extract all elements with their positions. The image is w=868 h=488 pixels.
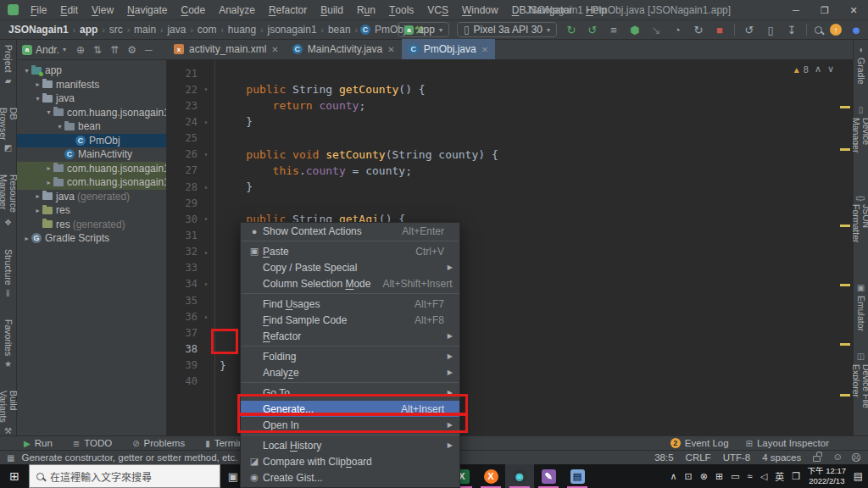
breadcrumb-item-src[interactable]: src: [108, 24, 125, 36]
readonly-lock-icon[interactable]: [813, 456, 821, 462]
screen-snip-icon[interactable]: ⊞: [715, 471, 723, 482]
tree-item-gradle-scripts[interactable]: ▸GGradle Scripts: [17, 231, 166, 246]
tree-expand-arrow[interactable]: ▸: [44, 164, 53, 172]
indent-indicator[interactable]: 4 spaces: [762, 452, 801, 463]
fold-marker[interactable]: ▾: [198, 280, 214, 288]
tab-close-icon[interactable]: ✕: [271, 45, 278, 54]
attach-debugger-icon[interactable]: ↘: [649, 25, 663, 36]
rerun-icon[interactable]: ↻: [565, 25, 578, 36]
notepad-icon[interactable]: ▤: [563, 464, 592, 488]
layout-inspector-button[interactable]: ⊞ Layout Inspector: [746, 438, 829, 448]
tree-expand-arrow[interactable]: ▾: [44, 108, 53, 116]
locate-selected-file-icon[interactable]: ⊕: [76, 44, 85, 56]
menu-compare-with-clipboard[interactable]: ◪Compare with Clipboard: [241, 453, 459, 469]
stop-icon[interactable]: ■: [713, 25, 726, 36]
tree-expand-arrow[interactable]: ▸: [22, 235, 31, 242]
tree-item-mainactivity[interactable]: CMainActivity: [17, 147, 166, 162]
tool-tab-resource-manager[interactable]: Resource Manager❖: [0, 175, 19, 227]
tree-item-res[interactable]: res(generated): [17, 218, 166, 232]
tool-tab-device-file-explorer[interactable]: ◫Device File Explorer: [851, 352, 868, 435]
tree-item-res[interactable]: ▸res: [17, 203, 166, 218]
menubar-item-tools[interactable]: Tools: [382, 0, 420, 20]
taskbar-search-input[interactable]: 在這裡輸入文字來搜尋: [29, 464, 220, 488]
fold-marker[interactable]: ▴: [198, 248, 214, 256]
device-manager-icon[interactable]: ▯: [764, 25, 777, 36]
maximize-button[interactable]: ❐: [810, 0, 839, 20]
apply-changes-icon[interactable]: ↺: [586, 25, 599, 36]
sync-app-icon[interactable]: ↻: [692, 25, 705, 36]
minimize-button[interactable]: ─: [782, 0, 810, 20]
code-line-23[interactable]: 23 return county;: [167, 97, 853, 114]
tool-tab-emulator[interactable]: ▣Emulator: [856, 283, 866, 331]
tree-expand-arrow[interactable]: ▸: [44, 179, 53, 186]
menu-paste[interactable]: ▣PasteCtrl+V: [241, 243, 459, 259]
close-button[interactable]: ✕: [839, 0, 868, 20]
code-line-26[interactable]: 26▾ public void setCounty(String county)…: [167, 147, 853, 163]
tree-expand-arrow[interactable]: ▸: [33, 192, 42, 200]
toolwindow-problems-button[interactable]: ⊘Problems: [132, 438, 185, 448]
sdk-manager-icon[interactable]: ↧: [785, 25, 798, 36]
breadcrumb-item-java[interactable]: java: [165, 24, 187, 36]
encoding-indicator[interactable]: UTF-8: [723, 452, 751, 463]
onedrive-icon[interactable]: ❒: [792, 471, 800, 482]
tree-item-pmobj[interactable]: CPmObj: [17, 134, 166, 148]
event-log-button[interactable]: 2 Event Log: [670, 438, 729, 448]
menu-column-selection-mode[interactable]: Column Selection ModeAlt+Shift+Insert: [241, 275, 459, 291]
menubar-item-build[interactable]: Build: [314, 0, 350, 20]
paint-app-icon[interactable]: ✎: [534, 464, 563, 488]
tool-tab-json-formatter[interactable]: {}JSON Formatter: [851, 196, 868, 263]
breadcrumb-item-com[interactable]: com: [196, 24, 219, 36]
expand-all-icon[interactable]: ⇅: [93, 44, 102, 56]
run-configuration-selector[interactable]: aapp▾: [398, 22, 449, 37]
menubar-item-file[interactable]: File: [24, 0, 53, 20]
breadcrumb-item-app[interactable]: app: [78, 24, 99, 36]
tool-tab-favorites[interactable]: Favorites★: [3, 319, 14, 369]
xampp-icon[interactable]: X: [476, 464, 505, 488]
fold-marker[interactable]: ▴: [198, 118, 214, 125]
menu-refactor[interactable]: Refactor▶: [241, 328, 459, 344]
menubar-item-edit[interactable]: Edit: [53, 0, 85, 20]
menubar-item-window[interactable]: Window: [455, 0, 505, 20]
tree-item-java[interactable]: ▾java: [17, 92, 166, 106]
tool-tab-db-browser[interactable]: DB Browser◩: [0, 108, 19, 153]
notification-center-button[interactable]: ▤: [854, 470, 863, 482]
tree-expand-arrow[interactable]: ▾: [33, 95, 42, 103]
hide-panel-icon[interactable]: ─: [145, 44, 153, 56]
fold-marker[interactable]: ▴: [198, 313, 214, 320]
tab-pmobj-java[interactable]: CPmObj.java✕: [402, 39, 495, 59]
menubar-item-run[interactable]: Run: [350, 0, 382, 20]
inspections-widget[interactable]: ▲ 8 ∧ ∨: [793, 64, 834, 75]
breadcrumb-item-bean[interactable]: bean: [326, 24, 353, 36]
tree-expand-arrow[interactable]: ▾: [55, 123, 64, 130]
tool-tab-build-variants[interactable]: Build Variants⚒: [0, 391, 19, 435]
tool-tab-device-manager[interactable]: ▯Device Manager: [851, 105, 868, 175]
tool-tab-gradle[interactable]: ◖Gradle: [856, 45, 866, 85]
menu-create-gist[interactable]: ◉Create Gist...: [241, 469, 459, 485]
menu-copy-paste-special[interactable]: Copy / Paste Special▶: [241, 259, 459, 275]
tree-item-app[interactable]: ▾app: [17, 64, 166, 78]
tree-expand-arrow[interactable]: ▾: [22, 67, 31, 75]
tool-tab-structure[interactable]: Structure≔: [3, 249, 14, 297]
tab-mainactivity-java[interactable]: CMainActivity.java✕: [286, 39, 402, 59]
collapse-all-icon[interactable]: ⇈: [110, 44, 119, 56]
fold-marker[interactable]: ▾: [198, 215, 214, 223]
menubar-item-code[interactable]: Code: [174, 0, 212, 20]
menubar-item-analyze[interactable]: Analyze: [212, 0, 262, 20]
debug-icon[interactable]: ⬢: [628, 25, 642, 36]
run-config-list-icon[interactable]: ≡: [607, 25, 620, 36]
profile-avatar-icon[interactable]: ☻: [849, 25, 863, 36]
profiler-icon[interactable]: ◔: [670, 25, 684, 36]
menubar-item-view[interactable]: View: [85, 0, 120, 20]
wifi-icon[interactable]: ≈: [748, 471, 753, 481]
breadcrumb-item-huang[interactable]: huang: [226, 24, 258, 36]
menu-find-sample-code[interactable]: Find Sample CodeAlt+F8: [241, 312, 459, 328]
tree-item-com-huang-jsonagain1[interactable]: ▸com.huang.jsonagain1: [17, 175, 166, 190]
toolwindow-run-button[interactable]: ▶Run: [24, 438, 53, 448]
menubar-item-refactor[interactable]: Refactor: [262, 0, 314, 20]
caret-position[interactable]: 38:5: [654, 452, 673, 463]
menu-find-usages[interactable]: Find UsagesAlt+F7: [241, 296, 459, 312]
android-studio-icon[interactable]: ◉: [505, 464, 534, 488]
menu-analyze[interactable]: Analyze▶: [241, 364, 459, 380]
fold-marker[interactable]: ▾: [198, 86, 214, 93]
volume-muted-icon[interactable]: ⊗: [700, 471, 708, 482]
